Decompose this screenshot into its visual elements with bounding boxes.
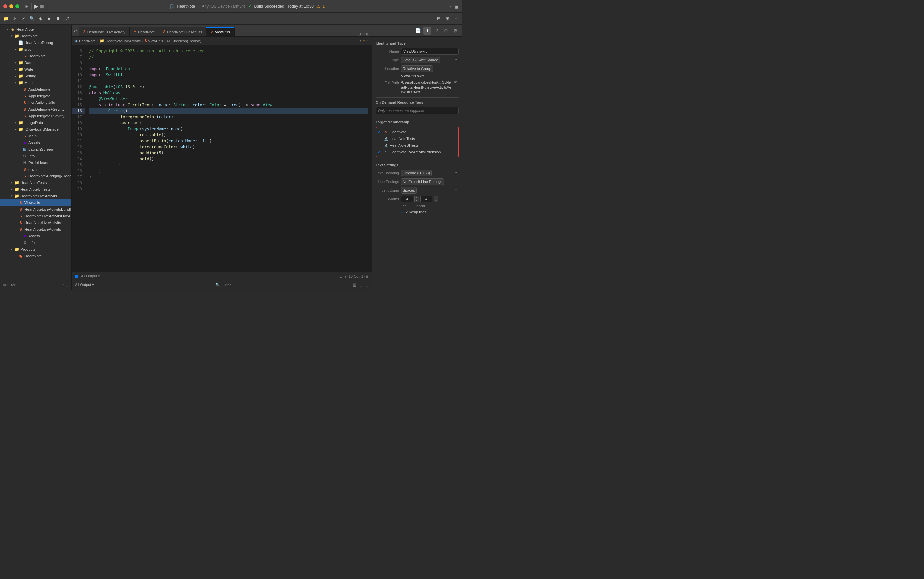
liveext-check[interactable]: ✓: [378, 150, 382, 154]
help-icon[interactable]: ?: [433, 27, 441, 35]
tab-width-input[interactable]: [401, 196, 413, 203]
run-icon[interactable]: ▶: [46, 15, 53, 22]
sidebar-item-appdel-sev1[interactable]: ▸ S AppDelegate+Sevrity: [0, 106, 71, 113]
sidebar-item-launchscreen[interactable]: ▸ ⊞ LaunchScreen: [0, 146, 71, 153]
sidebar-item-heartnotedebug[interactable]: ▸ 📄 HeartNoteDebug: [0, 39, 71, 46]
sidebar-item-date[interactable]: ▸ 📁 Date: [0, 59, 71, 66]
path-edit-icon[interactable]: ⟳: [454, 80, 459, 85]
output-toggle1[interactable]: ⊞: [359, 283, 363, 288]
sidebar-item-appdel-sev2[interactable]: ▸ S AppDelegate+Sevrity: [0, 113, 71, 119]
location-select[interactable]: Relative to Group: [401, 65, 433, 72]
sidebar-item-heartnotetests[interactable]: ▸ 📁 HeartNoteTests: [0, 180, 71, 186]
bc-viewutils[interactable]: ViewUtils: [148, 39, 163, 43]
bc-back-btn[interactable]: ‹: [360, 39, 361, 43]
inspector-toggle[interactable]: ⊞: [444, 15, 451, 22]
tab-nav-forward[interactable]: ›: [76, 28, 77, 33]
sidebar-item-heartnoteutests[interactable]: ▸ 📁 HeartNoteUITests: [0, 186, 71, 193]
plus-icon[interactable]: +: [449, 3, 452, 9]
layout-icon[interactable]: ⊞: [366, 32, 369, 36]
sidebar-item-heartnote-app[interactable]: ▸ ◉ HeartNote: [0, 253, 71, 260]
uitests-check[interactable]: ✓: [378, 144, 382, 148]
sidebar-item-main-swift[interactable]: ▸ S Main: [0, 133, 71, 139]
warning-filter-icon[interactable]: ⚠: [11, 15, 18, 22]
sidebar-item-live-bundle[interactable]: ▸ S HeartNoteLiveActivitsBundle: [0, 206, 71, 213]
type-select[interactable]: Default - Swift Source: [401, 57, 440, 63]
folder-icon[interactable]: 📁: [3, 15, 9, 22]
sidebar-item-main-file[interactable]: ▸ S main: [0, 166, 71, 173]
tests-check[interactable]: ✓: [378, 137, 382, 141]
code-content[interactable]: // Copyright © 2023 com.mob. All rights …: [85, 45, 372, 272]
indent-spin-down[interactable]: ▼: [433, 199, 438, 202]
sidebar-item-main-group[interactable]: ▸ 📁 Main: [0, 79, 71, 86]
minimap-icon[interactable]: ≡: [362, 32, 365, 36]
maximize-button[interactable]: [15, 4, 20, 8]
sidebar-item-imagedata[interactable]: ▸ 📁 ImageData: [0, 119, 71, 126]
branch-icon[interactable]: ⎇: [64, 15, 70, 22]
bc-liveactivits[interactable]: HeartNoteLiveActivits: [106, 39, 141, 43]
search-icon[interactable]: 🔍: [29, 15, 35, 22]
panel-layout-icon[interactable]: ▣: [454, 4, 459, 9]
bc-heartnote[interactable]: HeartNote: [79, 39, 96, 43]
sidebar-item-liveactivityutils[interactable]: ▸ S LiveActivityUtils: [0, 100, 71, 106]
sidebar-item-viewutils[interactable]: ▸ S ViewUtils: [0, 200, 71, 206]
line-endings-select[interactable]: No Explicit Line Endings: [401, 178, 444, 185]
sidebar-item-info2[interactable]: ▸ ⚙ Info: [0, 239, 71, 246]
record-icon[interactable]: ⏺: [55, 15, 61, 22]
tag-resources-input[interactable]: [376, 107, 459, 114]
sidebar-item-heartnote-swift[interactable]: ▸ S HeartNote: [0, 53, 71, 59]
sidebar-item-prefixheader[interactable]: ▸ H PrefixHeader: [0, 159, 71, 166]
output-toggle2[interactable]: ⊟: [365, 283, 369, 288]
sidebar-item-assets[interactable]: ▸ ■ Assets: [0, 139, 71, 146]
output-all-label[interactable]: All Output ▾: [75, 283, 94, 287]
sidebar-item-assets2[interactable]: ▸ ■ Assets: [0, 233, 71, 239]
breakpoint-icon[interactable]: ◈: [38, 15, 44, 22]
sidebar-item-heartnotelive[interactable]: ▾ 📁 HeartNoteLiveActivits: [0, 193, 71, 200]
sidebar-item-info[interactable]: ▸ ⚙ Info: [0, 153, 71, 159]
sidebar-item-setting[interactable]: ▸ 📁 Setting: [0, 73, 71, 79]
sidebar-item-heartnote-root[interactable]: ▾ ◆ HeartNote: [0, 26, 71, 33]
tab-liveactivity[interactable]: S HeartNote...LiveActivity: [79, 27, 130, 36]
bc-func[interactable]: CirclrIcon(_:color:): [172, 39, 201, 43]
test-icon[interactable]: ✓: [20, 15, 27, 22]
split-editor-icon[interactable]: ⊟: [358, 32, 361, 36]
indent-spin-up[interactable]: ▲: [433, 196, 438, 199]
library-icon[interactable]: ＋: [453, 15, 460, 22]
tab-heartnote[interactable]: M HeartNote: [130, 27, 159, 36]
sidebar-item-bridging-header[interactable]: ▸ S HeartNote-Bridging-Header: [0, 173, 71, 180]
tab-nav-back[interactable]: ‹: [74, 28, 75, 33]
right-panel-toggle[interactable]: ⊟: [435, 15, 442, 22]
minimap-toggle[interactable]: ⊞: [365, 274, 369, 279]
navigator-toggle-icon[interactable]: ⊞: [25, 4, 29, 9]
history-icon[interactable]: ⊙: [442, 27, 450, 35]
sidebar-item-live-liveact[interactable]: ▸ S HeartNoteLiveActivitsLiveActivity: [0, 213, 71, 219]
heartnote-check[interactable]: ✓: [378, 130, 382, 134]
file-inspector-icon[interactable]: 📄: [414, 27, 422, 35]
sidebar-item-products[interactable]: ▾ 📁 Products: [0, 246, 71, 253]
sidebar-footer-icon2[interactable]: ⊞: [65, 283, 69, 288]
sidebar-footer-icon1[interactable]: ↕: [62, 283, 64, 288]
identity-inspector-icon[interactable]: ℹ: [423, 27, 431, 35]
name-input[interactable]: [401, 48, 459, 55]
indent-width-input[interactable]: [420, 196, 432, 203]
sidebar-item-live-activits1[interactable]: ▸ S HeartNoteLiveActivits: [0, 219, 71, 226]
play-button[interactable]: ▶: [34, 3, 38, 9]
tab-heartnoteliveactivits[interactable]: S HeartNoteLiveActivits: [159, 27, 206, 36]
sidebar-item-write[interactable]: ▸ 📁 Write: [0, 66, 71, 73]
close-button[interactable]: [3, 4, 7, 8]
tab-spin-up[interactable]: ▲: [414, 196, 419, 199]
encoding-select[interactable]: Unicode (UTF-8): [401, 170, 432, 177]
bc-forward-btn[interactable]: ›: [367, 39, 369, 43]
minimize-button[interactable]: [9, 4, 13, 8]
sidebar-item-iqkeyboard[interactable]: ▸ 📁 IQKeyboardManager: [0, 126, 71, 133]
sidebar-item-appdelegate2[interactable]: ▸ S AppDelegate: [0, 93, 71, 100]
wrap-lines-check[interactable]: ✓: [401, 210, 404, 214]
tab-viewutils[interactable]: M ViewUtils: [206, 27, 234, 36]
trash-icon[interactable]: 🗑: [352, 283, 357, 288]
sidebar-item-srbt[interactable]: ▸ 📁 srbt: [0, 46, 71, 53]
sidebar-item-heartnote-group[interactable]: ▾ 📁 HeartNote: [0, 33, 71, 39]
stop-button[interactable]: ◼: [40, 3, 44, 9]
indent-using-select[interactable]: Spaces: [401, 187, 417, 194]
tab-spin-down[interactable]: ▼: [414, 199, 419, 202]
settings-icon[interactable]: ⚙: [451, 27, 460, 35]
sidebar-item-appdelegate1[interactable]: ▸ S AppDelegate: [0, 86, 71, 93]
